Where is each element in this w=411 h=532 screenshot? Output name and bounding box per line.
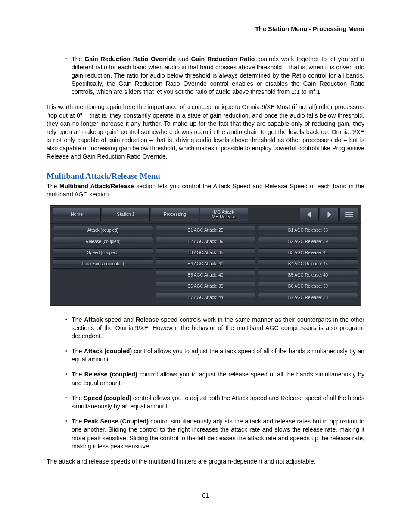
nav-prev-button[interactable] <box>300 208 319 221</box>
breadcrumb: Home Station 1 Processing MB Attack MB R… <box>50 206 361 224</box>
band-release-slider[interactable]: B3 AGC Release: 44 <box>258 248 358 258</box>
coupled-column: Attack (coupled) Release (coupled) Speed… <box>53 226 153 302</box>
crumb-mb[interactable]: MB Attack MB Release <box>200 208 248 221</box>
nav-next-button[interactable] <box>320 208 339 221</box>
chevron-right-icon <box>327 212 332 218</box>
speed-coupled-slider[interactable]: Speed (coupled) <box>53 248 153 258</box>
band-release-slider[interactable]: B5 AGC Release: 40 <box>258 271 358 280</box>
list-item: The Peak Sense (Coupled) control simulta… <box>65 417 364 451</box>
crumb-label: MB Release <box>212 215 236 219</box>
band-release-slider[interactable]: B6 AGC Release: 39 <box>258 282 358 291</box>
band-release-slider[interactable]: B1 AGC Release: 33 <box>258 226 358 235</box>
paragraph-mention: It is worth mentioning again here the im… <box>47 103 364 161</box>
release-column: B1 AGC Release: 33 B2 AGC Release: 39 B3… <box>258 226 358 302</box>
menu-button[interactable] <box>339 208 358 221</box>
band-release-slider[interactable]: B2 AGC Release: 39 <box>258 237 358 246</box>
attack-coupled-slider[interactable]: Attack (coupled) <box>53 226 153 235</box>
band-attack-slider[interactable]: B2 AGC Attack: 39 <box>156 237 255 246</box>
band-attack-slider[interactable]: B4 AGC Attack: 41 <box>156 259 255 269</box>
band-attack-slider[interactable]: B1 AGC Attack: 25 <box>156 226 255 235</box>
section-heading: Multiband Attack/Release Menu <box>47 171 364 182</box>
crumb-label: MB Attack <box>214 210 234 215</box>
intro-bullet-list: The Gain Reduction Ratio Override and Ga… <box>65 55 364 96</box>
band-attack-slider[interactable]: B7 AGC Attack: 44 <box>156 293 255 302</box>
band-release-slider[interactable]: B7 AGC Release: 38 <box>258 293 358 302</box>
crumb-station[interactable]: Station 1 <box>102 208 150 221</box>
section-intro: The Multiband Attack/Release section let… <box>47 182 364 199</box>
list-item: The Attack speed and Release speed contr… <box>65 316 364 341</box>
controls-grid: Attack (coupled) Release (coupled) Speed… <box>50 224 361 305</box>
list-item: The Speed (coupled) control allows you t… <box>65 394 364 411</box>
page-number: 61 <box>47 492 364 500</box>
attack-column: B1 AGC Attack: 25 B2 AGC Attack: 39 B3 A… <box>156 226 255 302</box>
list-item: The Gain Reduction Ratio Override and Ga… <box>65 55 364 96</box>
band-attack-slider[interactable]: B5 AGC Attack: 40 <box>156 271 255 280</box>
release-coupled-slider[interactable]: Release (coupled) <box>53 237 153 246</box>
ui-screenshot: Home Station 1 Processing MB Attack MB R… <box>50 205 361 306</box>
list-item: The Attack (coupled) control allows you … <box>65 347 364 364</box>
band-attack-slider[interactable]: B3 AGC Attack: 35 <box>156 248 255 258</box>
footer-paragraph: The attack and release speeds of the mul… <box>47 457 364 466</box>
chevron-left-icon <box>307 212 312 218</box>
hamburger-icon <box>345 212 353 217</box>
feature-bullet-list: The Attack speed and Release speed contr… <box>65 316 364 451</box>
list-item: The Release (coupled) control allows you… <box>65 370 364 387</box>
band-attack-slider[interactable]: B6 AGC Attack: 39 <box>156 282 255 291</box>
crumb-home[interactable]: Home <box>53 208 101 221</box>
page-header: The Station Menu - Processing Menu <box>47 25 364 34</box>
crumb-processing[interactable]: Processing <box>151 208 199 221</box>
band-release-slider[interactable]: B4 AGC Release: 45 <box>258 259 358 269</box>
peak-sense-coupled-slider[interactable]: Peak Sense (coupled) <box>53 259 153 269</box>
